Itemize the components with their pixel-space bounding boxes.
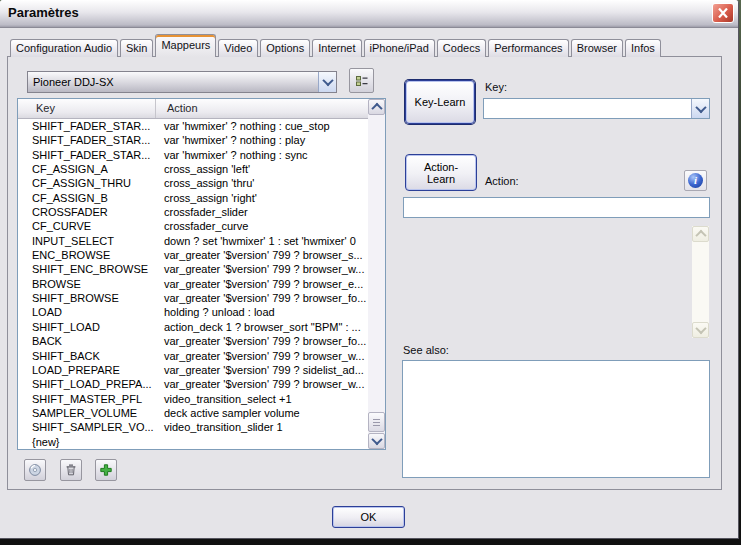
table-row[interactable]: CROSSFADERcrossfader_slider — [18, 205, 368, 219]
mapper-properties-button[interactable] — [349, 68, 374, 93]
key-cell: BROWSE — [18, 277, 155, 291]
table-row[interactable]: CF_ASSIGN_Bcross_assign 'right' — [18, 191, 368, 205]
tab-bar: Configuration AudioSkinMappeursVideoOpti… — [10, 35, 663, 57]
key-cell: SHIFT_BACK — [18, 349, 155, 363]
key-cell: CF_ASSIGN_A — [18, 162, 155, 176]
key-cell: SHIFT_SAMPLER_VO... — [18, 420, 155, 434]
key-select-value — [484, 99, 691, 118]
action-input[interactable] — [403, 197, 710, 218]
table-row[interactable]: BACKvar_greater '$version' 799 ? browser… — [18, 334, 368, 348]
action-cell: cross_assign 'thru' — [155, 176, 368, 190]
scroll-down-button — [692, 322, 709, 338]
ok-button[interactable]: OK — [332, 506, 405, 528]
tab-video[interactable]: Video — [218, 39, 258, 57]
action-cell: holding ? unload : load — [155, 305, 368, 319]
tab-options[interactable]: Options — [260, 39, 310, 57]
chevron-down-icon — [695, 323, 706, 334]
table-row[interactable]: BROWSEvar_greater '$version' 799 ? brows… — [18, 277, 368, 291]
key-cell: SAMPLER_VOLUME — [18, 406, 155, 420]
key-select-arrow[interactable] — [691, 99, 709, 118]
column-header-action[interactable]: Action — [155, 99, 368, 118]
table-row[interactable]: SHIFT_MASTER_PFLvideo_transition_select … — [18, 392, 368, 406]
device-select[interactable]: Pioneer DDJ-SX — [27, 71, 337, 93]
table-row[interactable]: CF_CURVEcrossfader_curve — [18, 219, 368, 233]
action-cell: var_greater '$version' 799 ? browser_w..… — [155, 377, 368, 391]
scroll-down-button[interactable] — [368, 433, 385, 449]
tab-internet[interactable]: Internet — [312, 39, 361, 57]
plus-icon — [99, 463, 113, 477]
tab-browser[interactable]: Browser — [571, 39, 623, 57]
tab-mappeurs[interactable]: Mappeurs — [155, 34, 216, 57]
action-cell: var_greater '$version' 799 ? browser_fo.… — [155, 291, 368, 305]
mapper-rows: SHIFT_FADER_STAR...var 'hwmixer' ? nothi… — [18, 119, 368, 449]
table-scrollbar[interactable] — [368, 99, 385, 449]
key-cell: CROSSFADER — [18, 205, 155, 219]
close-icon — [717, 8, 729, 18]
action-cell: var_greater '$version' 799 ? browser_e..… — [155, 277, 368, 291]
action-cell: var 'hwmixer' ? nothing : sync — [155, 148, 368, 162]
key-cell: INPUT_SELECT — [18, 234, 155, 248]
key-cell: LOAD_PREPARE — [18, 363, 155, 377]
action-cell: cross_assign 'right' — [155, 191, 368, 205]
table-row[interactable]: SHIFT_FADER_STAR...var 'hwmixer' ? nothi… — [18, 119, 368, 133]
see-also-box[interactable] — [402, 360, 710, 478]
tab-configuration-audio[interactable]: Configuration Audio — [10, 39, 118, 57]
delete-mapper-button[interactable] — [60, 459, 82, 481]
table-row[interactable]: SAMPLER_VOLUMEdeck active sampler volume — [18, 406, 368, 420]
tab-iphone-ipad[interactable]: iPhone/iPad — [364, 39, 435, 57]
table-row[interactable]: SHIFT_ENC_BROWSEvar_greater '$version' 7… — [18, 262, 368, 276]
close-button[interactable] — [712, 3, 734, 23]
key-cell: SHIFT_MASTER_PFL — [18, 392, 155, 406]
tab-performances[interactable]: Performances — [488, 39, 568, 57]
table-row[interactable]: SHIFT_BROWSEvar_greater '$version' 799 ?… — [18, 291, 368, 305]
table-row[interactable]: SHIFT_LOAD_PREPA...var_greater '$version… — [18, 377, 368, 391]
key-cell: SHIFT_LOAD — [18, 320, 155, 334]
action-info-button[interactable]: i — [684, 170, 707, 191]
chevron-down-icon — [695, 101, 706, 112]
action-cell: var_greater '$version' 799 ? sidelist_ad… — [155, 363, 368, 377]
table-row[interactable]: CF_ASSIGN_THRUcross_assign 'thru' — [18, 176, 368, 190]
table-row[interactable]: CF_ASSIGN_Across_assign 'left' — [18, 162, 368, 176]
chevron-up-icon — [371, 103, 382, 114]
add-mapper-button[interactable] — [95, 459, 117, 481]
reload-mapper-button[interactable] — [24, 459, 46, 481]
table-row[interactable]: ENC_BROWSEvar_greater '$version' 799 ? b… — [18, 248, 368, 262]
device-select-value: Pioneer DDJ-SX — [28, 72, 318, 92]
table-row[interactable]: LOAD_PREPAREvar_greater '$version' 799 ?… — [18, 363, 368, 377]
window-title: Paramètres — [8, 5, 79, 20]
key-cell: BACK — [18, 334, 155, 348]
tab-skin[interactable]: Skin — [120, 39, 153, 57]
grip-icon — [373, 419, 380, 426]
key-cell: SHIFT_LOAD_PREPA... — [18, 377, 155, 391]
action-cell: crossfader_curve — [155, 219, 368, 233]
table-row[interactable]: SHIFT_LOADaction_deck 1 ? browser_sort "… — [18, 320, 368, 334]
trash-icon — [64, 463, 78, 477]
action-cell: var_greater '$version' 799 ? browser_w..… — [155, 262, 368, 276]
key-cell: SHIFT_FADER_STAR... — [18, 133, 155, 147]
table-row[interactable]: SHIFT_BACKvar_greater '$version' 799 ? b… — [18, 349, 368, 363]
chevron-down-icon — [371, 434, 382, 445]
table-row[interactable]: SHIFT_SAMPLER_VO...video_transition_slid… — [18, 420, 368, 434]
table-row[interactable]: LOADholding ? unload : load — [18, 305, 368, 319]
table-row[interactable]: SHIFT_FADER_STAR...var 'hwmixer' ? nothi… — [18, 148, 368, 162]
disc-icon — [28, 463, 42, 477]
title-bar[interactable]: Paramètres — [0, 0, 738, 28]
device-select-arrow[interactable] — [318, 72, 336, 92]
table-row[interactable]: {new} — [18, 435, 368, 449]
action-list-scrollbar — [692, 226, 709, 338]
key-learn-button[interactable]: Key-Learn — [405, 80, 475, 124]
column-header-key[interactable]: Key — [18, 99, 155, 118]
table-header: Key Action — [18, 99, 368, 119]
scroll-up-button[interactable] — [368, 99, 385, 115]
table-row[interactable]: SHIFT_FADER_STAR...var 'hwmixer' ? nothi… — [18, 133, 368, 147]
scroll-thumb[interactable] — [368, 412, 385, 432]
tab-infos[interactable]: Infos — [625, 39, 661, 57]
table-row[interactable]: INPUT_SELECTdown ? set 'hwmixer' 1 : set… — [18, 234, 368, 248]
tab-codecs[interactable]: Codecs — [437, 39, 486, 57]
action-cell — [155, 435, 368, 449]
chevron-down-icon — [322, 75, 333, 86]
action-learn-button[interactable]: Action-Learn — [405, 154, 477, 191]
mapper-table: Key Action SHIFT_FADER_STAR...var 'hwmix… — [17, 98, 386, 450]
key-select[interactable] — [483, 98, 710, 119]
action-cell: var 'hwmixer' ? nothing : cue_stop — [155, 119, 368, 133]
